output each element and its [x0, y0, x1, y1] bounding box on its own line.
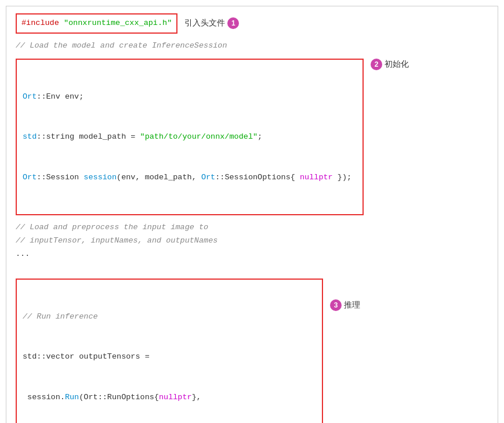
init-line-3: Ort::Session session(env, model_path, Or… [23, 171, 357, 185]
run-annotation-wrapper: 3 推理 [330, 276, 360, 311]
run-annotation: 3 推理 [330, 299, 360, 311]
init-annotation-wrapper: 2 初始化 [371, 56, 409, 70]
badge-2: 2 [371, 59, 382, 70]
include-annotation: 引入头文件 1 [184, 17, 239, 29]
comment2a: // Load and preprocess the input image t… [16, 221, 488, 234]
comment2-block: // Load and preprocess the input image t… [16, 221, 488, 261]
init-section: Ort::Env env; std::string model_path = "… [16, 56, 488, 218]
init-line-2: std::string model_path = "path/to/your/o… [23, 130, 357, 144]
ellipsis: ... [16, 248, 488, 261]
run-box: // Run inference std::vector outputTenso… [16, 279, 323, 423]
spacer-before-run [16, 265, 488, 274]
include-box: #include "onnxruntime_cxx_api.h" [16, 13, 177, 34]
main-container: #include "onnxruntime_cxx_api.h" 引入头文件 1… [6, 6, 498, 423]
init-annotation: 2 初始化 [371, 59, 409, 70]
badge-1: 1 [227, 17, 239, 29]
run-comment: // Run inference [23, 310, 316, 324]
run-line-1: std::vector outputTensors = [23, 350, 316, 364]
run-section: // Run inference std::vector outputTenso… [16, 276, 488, 423]
run-line-2: session.Run(Ort::RunOptions{nullptr}, [23, 391, 316, 404]
comment1-text: // Load the model and create InferenceSe… [16, 41, 227, 50]
badge-3: 3 [330, 299, 342, 311]
comment1-line: // Load the model and create InferenceSe… [16, 39, 488, 53]
include-row: #include "onnxruntime_cxx_api.h" 引入头文件 1 [16, 13, 488, 34]
include-code: #include "onnxruntime_cxx_api.h" [21, 19, 172, 27]
init-box: Ort::Env env; std::string model_path = "… [16, 59, 364, 215]
init-line-1: Ort::Env env; [23, 90, 357, 104]
comment2b: // inputTensor, inputNames, and outputNa… [16, 234, 488, 248]
